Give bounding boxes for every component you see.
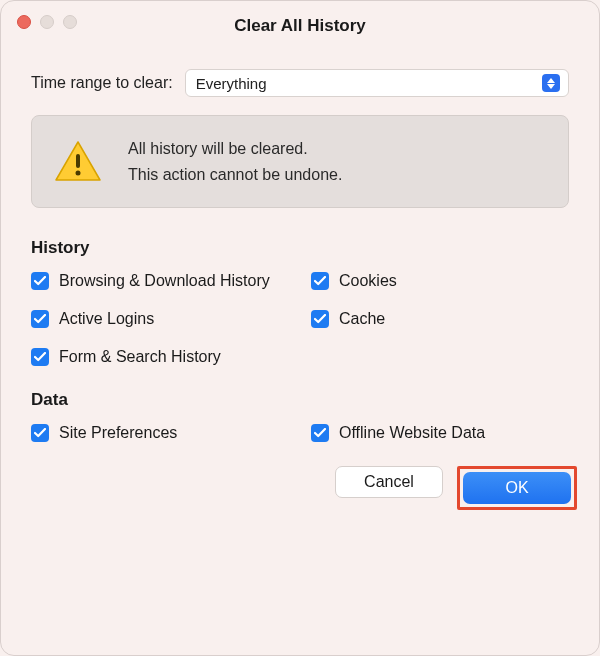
checkbox-cache[interactable]: Cache xyxy=(311,310,569,328)
checkbox-label: Browsing & Download History xyxy=(59,272,270,290)
warning-panel: All history will be cleared. This action… xyxy=(31,115,569,208)
dialog-buttons: Cancel OK xyxy=(1,452,599,510)
select-arrow-icon xyxy=(542,74,560,92)
checkbox-label: Site Preferences xyxy=(59,424,177,442)
data-section-title: Data xyxy=(31,390,569,410)
zoom-window-button[interactable] xyxy=(63,15,77,29)
warning-line-1: All history will be cleared. xyxy=(128,136,342,162)
warning-icon xyxy=(54,140,102,184)
checkmark-icon xyxy=(31,424,49,442)
time-range-value: Everything xyxy=(196,75,267,92)
data-options: Site Preferences Offline Website Data xyxy=(31,424,569,442)
checkbox-label: Cookies xyxy=(339,272,397,290)
checkmark-icon xyxy=(311,272,329,290)
time-range-select[interactable]: Everything xyxy=(185,69,569,97)
window-controls xyxy=(17,15,77,29)
checkbox-cookies[interactable]: Cookies xyxy=(311,272,569,290)
warning-line-2: This action cannot be undone. xyxy=(128,162,342,188)
checkbox-label: Cache xyxy=(339,310,385,328)
checkbox-label: Form & Search History xyxy=(59,348,221,366)
time-range-row: Time range to clear: Everything xyxy=(31,69,569,97)
checkbox-active-logins[interactable]: Active Logins xyxy=(31,310,311,328)
checkmark-icon xyxy=(311,424,329,442)
ok-button[interactable]: OK xyxy=(463,472,571,504)
checkmark-icon xyxy=(31,272,49,290)
time-range-label: Time range to clear: xyxy=(31,74,173,92)
titlebar: Clear All History xyxy=(1,1,599,45)
checkbox-label: Offline Website Data xyxy=(339,424,485,442)
cancel-button[interactable]: Cancel xyxy=(335,466,443,498)
clear-history-dialog: Clear All History Time range to clear: E… xyxy=(0,0,600,656)
checkbox-offline-website-data[interactable]: Offline Website Data xyxy=(311,424,569,442)
checkmark-icon xyxy=(31,348,49,366)
history-section-title: History xyxy=(31,238,569,258)
history-options: Browsing & Download History Cookies Acti… xyxy=(31,272,569,366)
svg-rect-0 xyxy=(76,154,80,168)
svg-point-1 xyxy=(76,170,81,175)
checkmark-icon xyxy=(311,310,329,328)
checkbox-site-preferences[interactable]: Site Preferences xyxy=(31,424,311,442)
checkbox-form-search-history[interactable]: Form & Search History xyxy=(31,348,311,366)
ok-button-highlight: OK xyxy=(457,466,577,510)
dialog-title: Clear All History xyxy=(1,10,599,36)
checkbox-label: Active Logins xyxy=(59,310,154,328)
close-window-button[interactable] xyxy=(17,15,31,29)
checkbox-browsing-download-history[interactable]: Browsing & Download History xyxy=(31,272,311,290)
warning-text: All history will be cleared. This action… xyxy=(128,136,342,187)
minimize-window-button[interactable] xyxy=(40,15,54,29)
checkmark-icon xyxy=(31,310,49,328)
